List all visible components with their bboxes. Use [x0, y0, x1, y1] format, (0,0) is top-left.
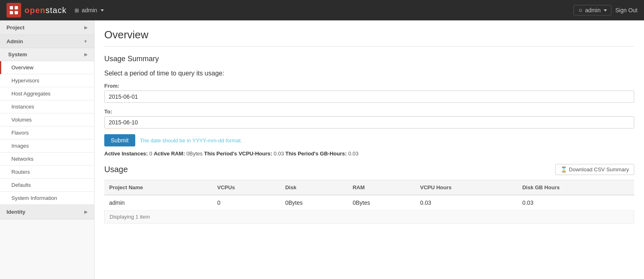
admin-arrow-icon: ▼: [84, 39, 88, 44]
user-label: admin: [585, 7, 600, 13]
svg-rect-3: [15, 11, 18, 14]
svg-rect-2: [10, 11, 13, 14]
navbar-left: openstack ⊞ admin: [7, 3, 104, 18]
gb-hours-value: 0.03: [348, 151, 358, 157]
table-header-row: Project Name VCPUs Disk RAM VCPU Hours D…: [104, 180, 634, 195]
col-disk: Disk: [280, 180, 348, 195]
download-icon: ⌛: [560, 166, 567, 173]
table-row: admin 0 0Bytes 0Bytes 0.03 0.03: [104, 195, 634, 210]
user-caret: [604, 9, 607, 11]
active-instances-value: 0: [149, 151, 154, 157]
cell-vcpus: 0: [212, 195, 280, 210]
svg-rect-1: [15, 6, 18, 9]
grid-icon: ⊞: [75, 7, 79, 13]
submit-button[interactable]: Submit: [104, 134, 135, 146]
navbar-right: ☺ admin Sign Out: [574, 5, 637, 16]
cell-disk-gb-hours: 0.03: [517, 195, 634, 210]
col-vcpu-hours: VCPU Hours: [415, 180, 517, 195]
sidebar-admin-header[interactable]: Admin ▼: [0, 35, 94, 48]
admin-menu-caret: [101, 9, 104, 11]
admin-menu-label: admin: [81, 7, 97, 13]
to-group: To:: [104, 108, 634, 128]
hint-text: The date should be in YYYY-mm-dd format.: [140, 137, 242, 144]
from-group: From:: [104, 83, 634, 103]
query-label: Select a period of time to query its usa…: [104, 70, 634, 77]
usage-table: Project Name VCPUs Disk RAM VCPU Hours D…: [104, 180, 634, 210]
submit-row: Submit The date should be in YYYY-mm-dd …: [104, 134, 634, 146]
identity-arrow-icon: ▶: [84, 210, 88, 214]
gb-hours-label: This Period's GB-Hours:: [286, 151, 347, 157]
active-instances-label: Active Instances:: [104, 151, 148, 157]
download-csv-button[interactable]: ⌛ Download CSV Summary: [555, 164, 634, 175]
table-footer: Displaying 1 item: [104, 210, 634, 224]
main-content: Overview Usage Summary Select a period o…: [95, 20, 644, 279]
sidebar-item-hypervisors[interactable]: Hypervisors: [0, 74, 94, 87]
user-icon: ☺: [578, 7, 583, 13]
col-disk-gb-hours: Disk GB Hours: [517, 180, 634, 195]
system-arrow-icon: ▶: [84, 52, 88, 57]
navbar-brand: openstack: [7, 3, 66, 18]
signout-button[interactable]: Sign Out: [615, 7, 637, 13]
brand-icon: [7, 3, 21, 18]
sidebar-system-header[interactable]: System ▶: [0, 48, 94, 61]
to-input[interactable]: [104, 116, 634, 128]
sidebar-item-networks[interactable]: Networks: [0, 153, 94, 166]
sidebar-item-flavors[interactable]: Flavors: [0, 126, 94, 140]
from-input[interactable]: [104, 91, 634, 103]
from-label: From:: [104, 83, 634, 89]
sidebar-item-host-aggregates[interactable]: Host Aggregates: [0, 87, 94, 100]
sidebar-item-volumes[interactable]: Volumes: [0, 113, 94, 126]
sidebar-item-defaults[interactable]: Defaults: [0, 179, 94, 192]
sidebar-project-header[interactable]: Project ▶: [0, 20, 94, 35]
navbar: openstack ⊞ admin ☺ admin Sign Out: [0, 0, 644, 20]
admin-menu[interactable]: ⊞ admin: [75, 7, 103, 13]
sidebar-identity-header[interactable]: Identity ▶: [0, 205, 94, 219]
svg-rect-0: [10, 6, 13, 9]
stats-line: Active Instances: 0 Active RAM: 0Bytes T…: [104, 151, 634, 157]
vcpu-hours-label: This Period's VCPU-Hours:: [204, 151, 272, 157]
vcpu-hours-value: 0.03: [274, 151, 286, 157]
brand-name: openstack: [24, 6, 66, 15]
usage-summary-title: Usage Summary: [104, 55, 634, 63]
sidebar-item-images[interactable]: Images: [0, 140, 94, 153]
sidebar-item-instances[interactable]: Instances: [0, 100, 94, 113]
active-ram-label: Active RAM:: [154, 151, 185, 157]
sidebar-item-system-information[interactable]: System Information: [0, 192, 94, 205]
project-arrow-icon: ▶: [84, 25, 88, 30]
cell-project: admin: [104, 195, 212, 210]
cell-vcpu-hours: 0.03: [415, 195, 517, 210]
usage-header: Usage ⌛ Download CSV Summary: [104, 164, 634, 175]
col-vcpus: VCPUs: [212, 180, 280, 195]
main-layout: Project ▶ Admin ▼ System ▶ Overview Hype…: [0, 20, 644, 279]
active-ram-value: 0Bytes: [187, 151, 204, 157]
col-project-name: Project Name: [104, 180, 212, 195]
col-ram: RAM: [348, 180, 415, 195]
page-title: Overview: [104, 29, 634, 46]
cell-disk: 0Bytes: [280, 195, 348, 210]
user-button[interactable]: ☺ admin: [574, 5, 611, 16]
to-label: To:: [104, 108, 634, 115]
sidebar-item-routers[interactable]: Routers: [0, 166, 94, 179]
sidebar: Project ▶ Admin ▼ System ▶ Overview Hype…: [0, 20, 95, 279]
cell-ram: 0Bytes: [348, 195, 415, 210]
usage-title: Usage: [104, 165, 128, 174]
sidebar-item-overview[interactable]: Overview: [0, 61, 94, 74]
